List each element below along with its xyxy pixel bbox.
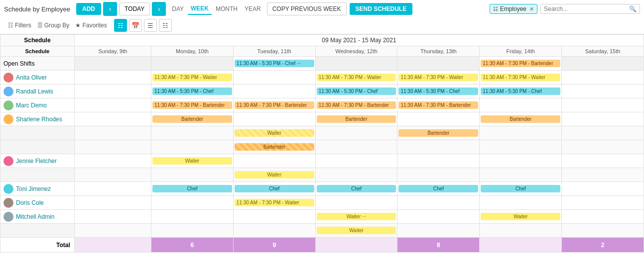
shift-bar[interactable]: Chef xyxy=(481,185,560,192)
shift-bar[interactable]: Waiter xyxy=(481,213,560,220)
copy-previous-week-button[interactable]: COPY PREVIOUS WEEK xyxy=(267,2,347,15)
shift-bar[interactable]: Waiter xyxy=(317,227,396,234)
shift-cell[interactable]: Bartender xyxy=(233,140,315,154)
employee-name[interactable]: Jennie Fletcher xyxy=(16,158,57,165)
prev-button[interactable]: ‹ xyxy=(103,2,117,16)
shift-cell[interactable]: Chef xyxy=(315,182,397,196)
shift-bar[interactable]: 11:30 AM - 7:30 PM - Waiter xyxy=(481,74,560,81)
shift-cell[interactable]: Chef xyxy=(151,182,234,196)
employee-name[interactable]: Mitchell Admin xyxy=(16,213,54,220)
shift-bar[interactable]: 11:30 AM - 5:30 PM - Chef xyxy=(481,88,560,95)
shift-cell[interactable]: 11:30 AM - 7:30 PM - Bartender xyxy=(480,57,562,71)
shift-bar[interactable]: 11:30 AM - 7:30 PM - Bartender xyxy=(398,101,478,109)
shift-cell[interactable]: Chef xyxy=(480,182,562,196)
shift-bar[interactable]: 11:30 AM - 7:30 PM - Bartender xyxy=(235,101,314,109)
add-button[interactable]: ADD xyxy=(76,3,101,15)
shift-cell[interactable]: Bartender xyxy=(480,112,562,126)
heatmap-view-icon-button[interactable]: ☷ xyxy=(159,19,172,32)
calendar-view-icon-button[interactable]: 📅 xyxy=(129,19,142,32)
shift-cell[interactable]: Bartender xyxy=(315,112,397,126)
employee-name[interactable]: Doris Cole xyxy=(16,199,44,206)
send-schedule-button[interactable]: SEND SCHEDULE xyxy=(350,3,413,15)
shift-bar[interactable]: 11:30 AM - 5:30 PM - Chef xyxy=(398,88,478,95)
employee-name[interactable]: Marc Demo xyxy=(16,102,47,109)
filters-button[interactable]: ☷ Filters xyxy=(8,22,31,29)
shift-bar[interactable]: Bartender xyxy=(317,115,396,123)
today-button[interactable]: TODAY xyxy=(119,2,150,15)
shift-bar[interactable]: Chef xyxy=(398,185,478,192)
shift-bar[interactable]: Bartender xyxy=(235,143,314,151)
shift-bar[interactable]: 11:30 AM - 7:30 PM - Bartender xyxy=(317,101,396,109)
shift-cell[interactable]: 11:30 AM - 7:30 PM - Bartender xyxy=(397,98,480,112)
shift-cell xyxy=(480,126,562,140)
shift-bar[interactable]: Chef xyxy=(152,185,232,192)
favorites-button[interactable]: ★ Favorites xyxy=(75,22,107,29)
shift-cell[interactable]: 11:30 AM - 7:30 PM - Waiter xyxy=(315,71,397,85)
shift-cell[interactable]: 11:30 AM - 7:30 PM - Waiter xyxy=(151,71,234,85)
employee-name[interactable]: Sharlene Rhodes xyxy=(16,116,62,123)
shift-bar[interactable]: Waiter xyxy=(235,129,314,137)
shift-bar[interactable]: 11:30 AM - 7:30 PM - Bartender xyxy=(152,101,232,109)
shift-cell[interactable]: 11:30 AM - 7:30 PM - Waiter xyxy=(233,196,315,210)
shift-bar[interactable]: Bartender xyxy=(398,129,478,137)
shift-bar[interactable]: Chef xyxy=(235,185,314,192)
shift-bar[interactable]: Chef xyxy=(317,185,396,192)
avatar xyxy=(3,212,13,222)
shift-cell[interactable]: Chef xyxy=(397,182,480,196)
day-view-button[interactable]: DAY xyxy=(169,3,187,14)
shift-bar[interactable]: 11:30 AM - 7:30 PM - Waiter xyxy=(398,74,478,81)
shift-cell[interactable]: Waiter xyxy=(315,224,397,238)
shift-cell xyxy=(151,210,234,224)
shift-cell[interactable]: 11:30 AM - 7:30 PM - Bartender xyxy=(233,98,315,112)
filter-tag-close[interactable]: ✕ xyxy=(529,6,534,12)
search-bar[interactable]: 🔍 xyxy=(540,4,640,14)
search-input[interactable] xyxy=(544,5,629,12)
year-view-button[interactable]: YEAR xyxy=(242,3,264,14)
shift-cell xyxy=(74,196,151,210)
shift-cell[interactable]: Chef xyxy=(233,182,315,196)
shift-bar[interactable]: 11:30 AM - 7:30 PM - Bartender xyxy=(481,60,560,67)
shift-cell[interactable]: 11:30 AM - 7:30 PM - Waiter xyxy=(397,71,480,85)
shift-cell xyxy=(233,112,315,126)
shift-cell xyxy=(151,57,234,71)
shift-bar[interactable]: 11:30 AM - 7:30 PM - Waiter xyxy=(235,199,314,206)
employee-name[interactable]: Toni Jimenez xyxy=(16,185,51,192)
shift-bar[interactable]: 11:30 AM - 7:30 PM - Waiter xyxy=(317,74,396,81)
employee-name[interactable]: Randall Lewis xyxy=(16,88,53,95)
list-view-icon-button[interactable]: ☰ xyxy=(144,19,157,32)
shift-cell[interactable]: 11:30 AM - 7:30 PM - Bartender xyxy=(151,98,234,112)
avatar xyxy=(3,198,13,208)
shift-cell xyxy=(562,71,644,85)
shift-cell[interactable]: 11:30 AM - 7:30 PM - Waiter xyxy=(480,71,562,85)
next-button[interactable]: › xyxy=(152,2,166,16)
shift-cell[interactable]: 11:30 AM - 7:30 PM - Bartender xyxy=(315,98,397,112)
shift-bar[interactable]: Bartender xyxy=(481,115,560,123)
shift-cell[interactable]: Waiter ··· xyxy=(315,210,397,224)
shift-cell[interactable]: 11:30 AM - 5:30 PM - Chef xyxy=(315,85,397,98)
shift-cell[interactable]: 11:30 AM - 5:30 PM - Chef xyxy=(151,85,234,98)
shift-bar[interactable]: 11:30 AM - 5:30 PM - Chef ··· xyxy=(235,60,314,67)
grid-view-icon-button[interactable]: ☷ xyxy=(114,19,127,32)
shift-cell[interactable]: Waiter xyxy=(480,210,562,224)
shift-bar[interactable]: Bartender xyxy=(152,115,232,123)
shift-cell[interactable]: Waiter xyxy=(151,154,234,168)
shift-cell[interactable]: Waiter xyxy=(233,168,315,182)
shift-bar[interactable]: Waiter xyxy=(152,157,232,165)
month-view-button[interactable]: MONTH xyxy=(213,3,241,14)
shift-cell[interactable]: 11:30 AM - 5:30 PM - Chef xyxy=(480,85,562,98)
shift-bar[interactable]: 11:30 AM - 5:30 PM - Chef xyxy=(317,88,396,95)
shift-cell[interactable]: 11:30 AM - 5:30 PM - Chef xyxy=(397,85,480,98)
group-by-button[interactable]: ☰ Group By xyxy=(37,22,70,29)
shift-cell[interactable]: 11:30 AM - 5:30 PM - Chef ··· xyxy=(233,57,315,71)
employee-name[interactable]: Anita Oliver xyxy=(16,74,47,81)
shift-bar[interactable]: Waiter xyxy=(235,171,314,178)
shift-cell[interactable]: Waiter xyxy=(233,126,315,140)
employee-filter-tag[interactable]: ☷ Employee ✕ xyxy=(490,4,537,14)
shift-cell[interactable]: Bartender xyxy=(151,112,234,126)
top-toolbar: Schedule by Employee ADD ‹ TODAY › DAY W… xyxy=(0,0,644,34)
shift-cell[interactable]: Bartender xyxy=(397,126,480,140)
shift-bar[interactable]: Waiter ··· xyxy=(317,213,396,220)
shift-bar[interactable]: 11:30 AM - 7:30 PM - Waiter xyxy=(152,74,232,81)
week-view-button[interactable]: WEEK xyxy=(188,3,212,15)
shift-bar[interactable]: 11:30 AM - 5:30 PM - Chef xyxy=(152,88,232,95)
